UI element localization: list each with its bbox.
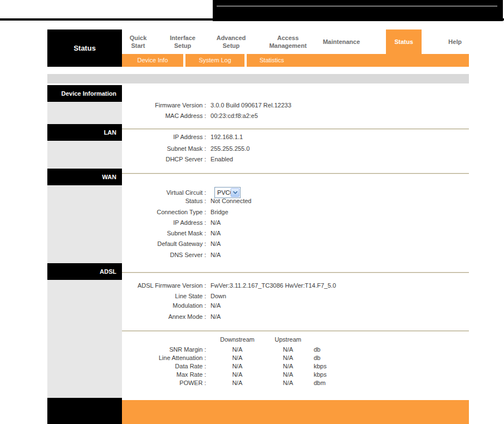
- stats-up-value: N/A: [268, 346, 307, 353]
- stats-down-value: N/A: [208, 354, 267, 362]
- stats-header-upstream: Upstream: [268, 336, 307, 343]
- window-top-bar-line: [217, 6, 497, 7]
- tab-label-line: Advanced: [217, 34, 246, 42]
- stats-up-value: N/A: [268, 371, 307, 378]
- row-value: N/A: [211, 240, 221, 247]
- info-row: Subnet Mask : N/A: [122, 229, 467, 237]
- row-value: 192.168.1.1: [211, 134, 243, 140]
- chevron-down-icon[interactable]: [231, 188, 239, 197]
- row-value: Bridge: [211, 209, 228, 215]
- tab-label-line: Maintenance: [323, 38, 360, 46]
- stats-up-value: N/A: [268, 354, 307, 362]
- row-value: 00:23:cd:f8:a2:e5: [211, 112, 258, 119]
- info-row: Connection Type : Bridge: [122, 208, 467, 216]
- row-value: N/A: [211, 230, 221, 236]
- section-divider: [122, 272, 469, 273]
- tab-interface-setup[interactable]: Interface Setup: [166, 29, 199, 54]
- row-value: 255.255.255.0: [211, 145, 249, 152]
- tab-status[interactable]: Status: [386, 29, 422, 54]
- tab-label-line: Management: [269, 42, 306, 50]
- row-label: Max Rate :: [122, 371, 206, 378]
- virtual-circuit-row: Virtual Circuit : PVC0: [122, 187, 241, 198]
- info-row: DHCP Server : Enabled: [122, 155, 467, 163]
- row-label: IP Address :: [122, 219, 206, 226]
- info-row: Line State : Down: [122, 292, 467, 300]
- stats-row: Data Rate : N/A N/A kbps: [122, 362, 467, 370]
- stats-unit: kbps: [314, 362, 326, 370]
- row-value: N/A: [211, 252, 221, 258]
- row-label: DHCP Server :: [122, 155, 206, 163]
- tab-label-line: Quick: [130, 34, 147, 42]
- info-row: Modulation : N/A: [122, 302, 467, 309]
- stats-unit: db: [314, 346, 320, 353]
- stats-row: POWER : N/A N/A dbm: [122, 379, 467, 387]
- row-label: Default Gateway :: [122, 240, 206, 248]
- stats-up-value: N/A: [268, 362, 307, 370]
- row-label: DNS Server :: [122, 251, 206, 259]
- row-value: N/A: [211, 219, 221, 226]
- row-label: Subnet Mask :: [122, 229, 206, 237]
- row-value: FwVer:3.11.2.167_TC3086 HwVer:T14.F7_5.0: [211, 282, 336, 289]
- tab-label-line: Access: [277, 34, 299, 42]
- stats-down-value: N/A: [208, 362, 267, 370]
- tab-quick-start[interactable]: Quick Start: [121, 29, 155, 54]
- tab-access-management[interactable]: Access Management: [263, 29, 313, 54]
- info-row: Default Gateway : N/A: [122, 240, 467, 248]
- row-value: Enabled: [211, 156, 233, 162]
- row-label: Line Attenuation :: [122, 354, 206, 362]
- tab-label-line: Setup: [174, 42, 192, 50]
- row-label: MAC Address :: [122, 112, 206, 120]
- row-label: ADSL Firmware Version :: [122, 282, 206, 289]
- row-label: Connection Type :: [122, 208, 206, 216]
- stats-unit: db: [314, 354, 320, 362]
- tab-help[interactable]: Help: [438, 29, 472, 54]
- stats-row: Line Attenuation : N/A N/A db: [122, 354, 467, 362]
- section-title-lan: LAN: [47, 124, 122, 141]
- section-divider: [122, 331, 469, 332]
- top-divider-rule: [0, 18, 504, 21]
- row-value: Not Connected: [211, 198, 251, 204]
- row-label: Firmware Version :: [122, 101, 206, 109]
- stats-row: SNR Margin : N/A N/A db: [122, 346, 467, 353]
- subnav-item-statistics[interactable]: Statistics: [247, 54, 297, 67]
- section-title-device-information: Device Information: [47, 85, 122, 102]
- info-row: DNS Server : N/A: [122, 251, 467, 259]
- subnav-item-system-log[interactable]: System Log: [185, 54, 244, 67]
- info-row: ADSL Firmware Version : FwVer:3.11.2.167…: [122, 282, 467, 289]
- bottom-left-block: [47, 398, 122, 424]
- row-label: Data Rate :: [122, 362, 206, 370]
- stats-down-value: N/A: [208, 379, 267, 387]
- tab-advanced-setup[interactable]: Advanced Setup: [214, 29, 248, 54]
- section-divider: [122, 173, 469, 174]
- info-row: Subnet Mask : 255.255.255.0: [122, 145, 467, 152]
- stats-header-row: Downstream Upstream: [122, 336, 467, 343]
- row-label: Line State :: [122, 292, 206, 300]
- stats-up-value: N/A: [268, 379, 307, 387]
- subnav-bar: Device Info System Log Statistics: [122, 54, 469, 67]
- section-divider: [122, 129, 469, 130]
- stats-down-value: N/A: [208, 371, 267, 378]
- row-label: Status :: [122, 197, 206, 205]
- virtual-circuit-select[interactable]: PVC0: [214, 187, 241, 198]
- info-row: Firmware Version : 3.0.0 Build 090617 Re…: [122, 101, 467, 109]
- row-label: Annex Mode :: [122, 313, 206, 321]
- tab-maintenance[interactable]: Maintenance: [316, 29, 366, 54]
- tab-label-line: Status: [394, 38, 413, 46]
- tab-label-line: Interface: [170, 34, 195, 42]
- stats-down-value: N/A: [208, 346, 267, 353]
- router-status-page: Status Quick Start Interface Setup Advan…: [0, 0, 504, 424]
- section-title-adsl: ADSL: [47, 263, 122, 280]
- stats-unit: kbps: [314, 371, 326, 378]
- stats-unit: dbm: [314, 379, 325, 387]
- row-value: Down: [211, 293, 226, 299]
- subnav-item-device-info[interactable]: Device Info: [122, 54, 183, 67]
- info-row: Annex Mode : N/A: [122, 313, 467, 321]
- row-label: Virtual Circuit :: [122, 187, 206, 198]
- info-row: IP Address : 192.168.1.1: [122, 133, 467, 141]
- content-top-strip: [47, 74, 469, 83]
- info-row: MAC Address : 00:23:cd:f8:a2:e5: [122, 112, 467, 120]
- info-row: IP Address : N/A: [122, 219, 467, 226]
- stats-row: Max Rate : N/A N/A kbps: [122, 371, 467, 378]
- row-label: POWER :: [122, 379, 206, 387]
- tab-label-line: Start: [131, 42, 145, 50]
